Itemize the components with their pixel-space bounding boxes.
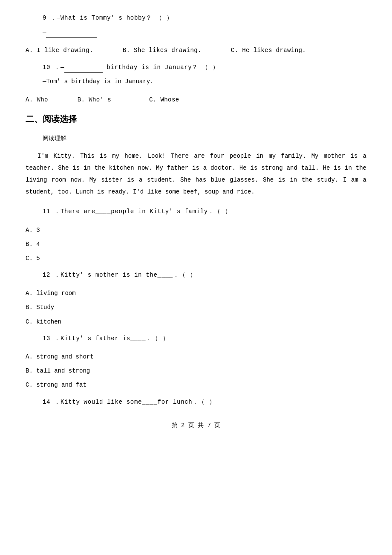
question-11-option-a: A. 3 [26, 225, 366, 236]
question-13: 13 ．Kitty' s father is____．（ ） [26, 333, 366, 344]
question-11-option-c: C. 5 [26, 253, 366, 264]
question-9-option-b: B. She likes drawing. [123, 47, 202, 54]
question-9-text: 9 ．—What is Tommy' s hobby？ （ ） [43, 13, 366, 23]
question-9: 9 ．—What is Tommy' s hobby？ （ ） — [26, 13, 366, 38]
question-9-options: A. I like drawing. B. She likes drawing.… [26, 45, 366, 56]
question-9-blank [46, 37, 97, 38]
section-2-subtitle: 阅读理解 [43, 133, 366, 144]
question-13-bracket: （ ） [152, 335, 170, 342]
question-12-option-a: A. living room [26, 288, 366, 299]
question-11-bracket: （ ） [214, 208, 232, 215]
passage-text: I'm Kitty. This is my home. Look! There … [26, 150, 366, 198]
question-12-option-c: C. kitchen [26, 317, 366, 327]
question-12-option-b: B. Study [26, 302, 366, 313]
question-13-option-b: B. tall and strong [26, 366, 366, 376]
question-14: 14 ．Kitty would like some____for lunch．（… [26, 397, 366, 408]
section-2-title: 二、阅读选择 [26, 111, 366, 127]
question-14-bracket: （ ） [199, 399, 216, 405]
question-10-option-c: C. Whose [149, 96, 179, 103]
page-footer: 第 2 页 共 7 页 [26, 420, 366, 431]
question-10-answer: —Tom' s birthday is in January. [43, 76, 366, 87]
question-9-option-c: C. He likes drawing. [231, 47, 306, 54]
question-10-bracket: （ ） [202, 64, 219, 71]
question-10-options: A. Who B. Who' s C. Whose [26, 95, 366, 105]
question-10: 10 ．— birthday is in January？ （ ） —Tom' … [26, 62, 366, 87]
question-13-option-a: A. strong and short [26, 352, 366, 362]
question-14-text: 14 ．Kitty would like some____for lunch．（… [43, 397, 366, 408]
question-9-answer-line: — [43, 27, 366, 38]
question-13-option-c: C. strong and fat [26, 380, 366, 390]
question-9-option-a: A. I like drawing. [26, 47, 93, 54]
question-12-bracket: （ ） [179, 272, 197, 278]
question-10-option-a: A. Who [26, 96, 48, 103]
question-11-text: 11 ．There are____people in Kitty' s fami… [43, 206, 366, 217]
question-10-text: 10 ．— birthday is in January？ （ ） [43, 62, 366, 73]
question-10-blank [64, 72, 103, 73]
question-13-text: 13 ．Kitty' s father is____．（ ） [43, 333, 366, 344]
question-11-option-b: B. 4 [26, 239, 366, 250]
question-12: 12 ．Kitty' s mother is in the____．（ ） [26, 270, 366, 280]
question-11: 11 ．There are____people in Kitty' s fami… [26, 206, 366, 217]
question-12-text: 12 ．Kitty' s mother is in the____．（ ） [43, 270, 366, 280]
question-10-option-b: B. Who' s [78, 96, 111, 103]
question-9-bracket: （ ） [156, 14, 173, 21]
